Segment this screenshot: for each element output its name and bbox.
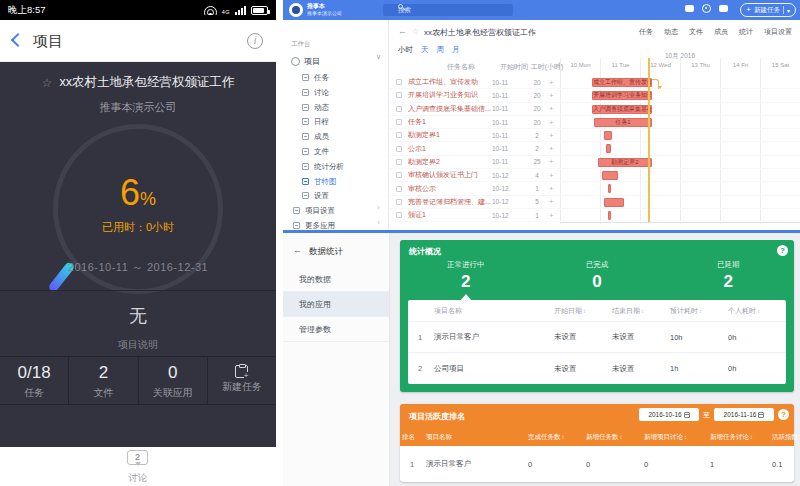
sidebar-item-4[interactable]: 成员 — [283, 127, 388, 142]
overview-col-header[interactable]: 个人耗时↕ — [728, 306, 786, 316]
tab-项目设置[interactable]: 项目设置 — [764, 27, 792, 37]
task-name[interactable]: 审核公示 — [408, 184, 492, 194]
stats-sidebar-item-1[interactable]: 我的应用 — [283, 292, 389, 317]
add-subtask-icon[interactable]: + — [549, 78, 554, 87]
sort-icon[interactable]: ↕ — [641, 308, 644, 314]
task-name[interactable]: 入户调查摸底采集基础信... — [408, 104, 492, 114]
task-row[interactable]: 成立工作组、宣传发动10-1120+ — [390, 76, 560, 89]
task-row[interactable]: 公示110-112+ — [390, 142, 560, 155]
sidebar-item-3[interactable]: 日程 — [283, 112, 388, 127]
scale-1[interactable]: 天 — [421, 45, 429, 55]
task-row[interactable]: 审核确认颁发证书上门10-124+ — [390, 169, 560, 182]
task-checkbox[interactable] — [396, 212, 402, 218]
add-subtask-icon[interactable]: + — [549, 131, 554, 140]
task-name[interactable]: 开展培训学习业务知识 — [408, 90, 492, 100]
task-checkbox[interactable] — [396, 146, 402, 152]
sidebar-item-8[interactable]: 设置 — [283, 186, 388, 201]
add-subtask-icon[interactable]: + — [549, 197, 554, 206]
tab-文件[interactable]: 文件 — [689, 27, 703, 37]
overview-col-header[interactable]: 项目名称 — [432, 306, 554, 316]
task-row[interactable]: 勘测定界110-112+ — [390, 129, 560, 142]
add-subtask-icon[interactable]: + — [549, 91, 554, 100]
overview-col-header[interactable]: 开始日期↕ — [554, 306, 612, 316]
sort-icon[interactable]: ↕ — [583, 308, 586, 314]
task-checkbox[interactable] — [396, 119, 402, 125]
overview-table-row[interactable]: 2公司项目未设置未设置1h0h — [408, 353, 786, 384]
gantt-bar[interactable]: 开展培训学习业务知识 — [592, 91, 652, 100]
task-name[interactable]: 成立工作组、宣传发动 — [408, 77, 492, 87]
task-name[interactable]: 勘测定界2 — [408, 157, 492, 167]
add-subtask-icon[interactable]: + — [549, 171, 554, 180]
task-name[interactable]: 颁证1 — [408, 210, 492, 220]
tab-任务[interactable]: 任务 — [639, 27, 653, 37]
ranking-col-header[interactable]: 项目名称 — [424, 433, 528, 442]
ranking-col-header[interactable]: 活跃指数↕ — [772, 433, 800, 442]
ranking-col-header[interactable]: 完成任务数↕ — [528, 433, 586, 442]
add-subtask-icon[interactable]: + — [549, 118, 554, 127]
sort-icon[interactable]: ↕ — [757, 308, 760, 314]
back-arrow-icon[interactable]: ← — [398, 26, 407, 36]
add-subtask-icon[interactable]: + — [549, 144, 554, 153]
feedback-icon[interactable] — [719, 5, 728, 12]
stats-sidebar-item-0[interactable]: 我的数据 — [283, 267, 389, 292]
gear-icon[interactable] — [702, 4, 711, 13]
app-logo[interactable] — [289, 3, 303, 17]
gantt-bar[interactable] — [608, 211, 611, 220]
sort-icon[interactable]: ↕ — [684, 434, 687, 440]
ranking-col-header[interactable]: 新增任务讨论↕ — [710, 433, 772, 442]
date-from-picker[interactable]: 2016-10-16 — [639, 408, 699, 421]
gantt-bar[interactable] — [608, 184, 611, 193]
task-row[interactable]: 审核公示10-121+ — [390, 182, 560, 195]
task-checkbox[interactable] — [396, 172, 402, 178]
task-name[interactable]: 勘测定界1 — [408, 130, 492, 140]
tab-成员[interactable]: 成员 — [714, 27, 728, 37]
new-task-button[interactable]: 新建任务 — [208, 357, 276, 404]
back-arrow-icon[interactable]: ← — [293, 245, 302, 255]
project-switcher[interactable]: 项目 ∨ — [291, 52, 383, 64]
sidebar-group[interactable]: 更多应用› — [283, 216, 388, 230]
task-checkbox[interactable] — [396, 92, 402, 98]
task-name[interactable]: 审核确认颁发证书上门 — [408, 170, 492, 180]
sidebar-item-6[interactable]: 统计分析 — [283, 157, 388, 172]
task-row[interactable]: 开展培训学习业务知识10-1120+ — [390, 89, 560, 102]
task-name[interactable]: 公示1 — [408, 144, 492, 154]
overview-stat[interactable]: 已完成0 — [531, 260, 662, 298]
gantt-bar[interactable] — [602, 171, 618, 180]
gantt-bar[interactable] — [604, 198, 624, 207]
sidebar-item-2[interactable]: 动态 — [283, 98, 388, 113]
gantt-bar[interactable]: 成立工作组、宣传发动 — [592, 78, 652, 87]
tab-动态[interactable]: 动态 — [664, 27, 678, 37]
ranking-col-header[interactable]: 新增任务数↕ — [586, 433, 644, 442]
scale-0[interactable]: 小时 — [398, 45, 413, 55]
add-subtask-icon[interactable]: + — [549, 211, 554, 220]
back-chevron-icon[interactable] — [11, 33, 25, 47]
chat-icon[interactable] — [685, 5, 694, 12]
sidebar-item-1[interactable]: 讨论 — [283, 83, 388, 98]
phone-stat[interactable]: 0关联应用 — [139, 357, 208, 404]
new-task-button[interactable]: + 新建任务 ▾ — [740, 3, 796, 17]
task-checkbox[interactable] — [396, 106, 402, 112]
ranking-col-header[interactable]: 新增项目讨论↕ — [644, 433, 710, 442]
sidebar-item-5[interactable]: 文件 — [283, 142, 388, 157]
discussion-badge[interactable]: 2 — [127, 450, 148, 465]
gantt-bar[interactable]: 任务1 — [594, 118, 652, 127]
help-icon[interactable]: ? — [778, 409, 789, 420]
overview-stat[interactable]: 已延期2 — [663, 260, 794, 298]
task-checkbox[interactable] — [396, 159, 402, 165]
column-header-name[interactable]: 任务名称 — [418, 62, 504, 72]
task-checkbox[interactable] — [396, 199, 402, 205]
task-name[interactable]: 任务1 — [408, 117, 492, 127]
scale-3[interactable]: 月 — [452, 45, 460, 55]
task-name[interactable]: 完善登记簿归档管理、建... — [408, 197, 492, 207]
tab-统计[interactable]: 统计 — [739, 27, 753, 37]
overview-table-row[interactable]: 1演示日常客户未设置未设置10h0h — [408, 322, 786, 353]
search-input[interactable]: 搜索 — [383, 4, 513, 16]
sort-icon[interactable]: ↕ — [562, 434, 565, 440]
task-row[interactable]: 勘测定界210-1125+ — [390, 156, 560, 169]
gantt-bar[interactable] — [604, 131, 612, 140]
ranking-table-row[interactable]: 1演示日常客户00010.1 — [400, 446, 794, 482]
stats-sidebar-item-2[interactable]: 管理参数 — [283, 317, 389, 342]
task-checkbox[interactable] — [396, 79, 402, 85]
phone-stat[interactable]: 0/18任务 — [0, 357, 69, 404]
chevron-down-icon[interactable]: ∨ — [376, 53, 381, 61]
